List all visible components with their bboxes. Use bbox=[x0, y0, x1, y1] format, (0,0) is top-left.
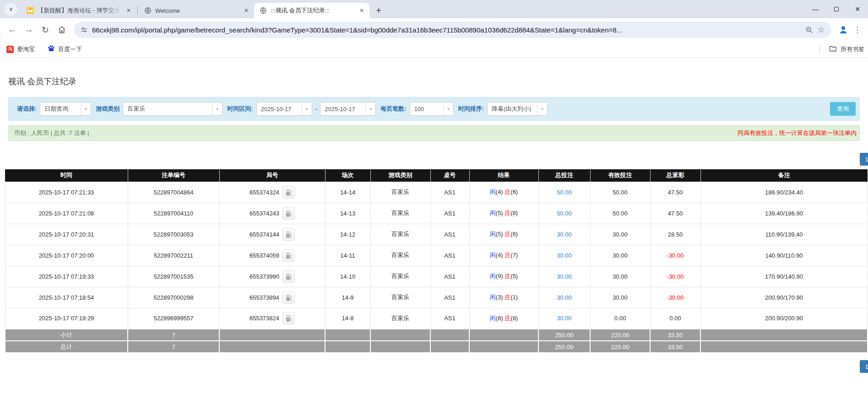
cell-round-no: 655374243 bbox=[219, 203, 325, 224]
total-bet-link[interactable]: 50.00 bbox=[557, 189, 572, 196]
cell-time: 2025-10-17 07:20:31 bbox=[5, 224, 128, 245]
player-score: (4) bbox=[496, 252, 505, 258]
video-replay-button[interactable] bbox=[282, 270, 295, 283]
round-no-text: 655374059 bbox=[250, 252, 279, 259]
summary-cell-6 bbox=[469, 329, 538, 341]
forward-icon[interactable]: → bbox=[21, 22, 37, 38]
video-replay-button[interactable] bbox=[282, 186, 295, 199]
all-bookmarks-label: 所有书签 bbox=[841, 45, 864, 54]
home-icon[interactable] bbox=[54, 22, 70, 38]
player-score: (3) bbox=[496, 294, 505, 301]
reload-icon[interactable]: ↻ bbox=[38, 22, 53, 38]
filter-select-2[interactable]: 2025-10-17▼ bbox=[256, 102, 312, 116]
cell-note: 200.90/200.90 bbox=[700, 308, 868, 329]
cell-session: 14-11 bbox=[325, 245, 370, 266]
cell-game-type: 百家乐 bbox=[370, 287, 430, 308]
summary-cell-5 bbox=[430, 329, 469, 341]
cell-time: 2025-10-17 07:21:08 bbox=[5, 203, 128, 224]
round-no-text: 655374243 bbox=[250, 210, 279, 217]
cell-round-no: 655374059 bbox=[219, 245, 325, 266]
summary-cell-8: 220.00 bbox=[590, 341, 650, 353]
video-replay-button[interactable] bbox=[282, 312, 295, 324]
bookmarks-divider bbox=[819, 45, 820, 54]
window-minimize-icon[interactable]: — bbox=[805, 0, 826, 18]
site-settings-icon[interactable] bbox=[81, 27, 87, 33]
browser-window: { "icons": { "tab_chevron": "∨", "close"… bbox=[0, 0, 868, 420]
video-replay-button[interactable] bbox=[282, 291, 295, 304]
cell-valid-bet: 0.00 bbox=[590, 308, 650, 329]
filter-select-3[interactable]: 2025-10-17▼ bbox=[320, 102, 376, 116]
filter-select-5[interactable]: 降幕(由大到小)▼ bbox=[487, 102, 548, 116]
total-bet-link[interactable]: 30.00 bbox=[557, 294, 572, 301]
table-body: 2025-10-17 07:21:33522897004864655374324… bbox=[5, 182, 868, 353]
cell-total-bet: 30.00 bbox=[538, 224, 590, 245]
filter-label: 每页笔数: bbox=[380, 105, 406, 113]
video-replay-button[interactable] bbox=[282, 228, 295, 241]
total-bet-link[interactable]: 30.00 bbox=[557, 231, 572, 238]
filter-select-0[interactable]: 日期查询▼ bbox=[40, 102, 91, 116]
window-maximize-icon[interactable] bbox=[826, 0, 847, 18]
cell-result: 闲(5) 庄(8) bbox=[469, 203, 538, 224]
page-button-1[interactable]: 1 bbox=[860, 360, 868, 373]
back-icon[interactable]: ← bbox=[5, 22, 20, 38]
round-cell: 655373824 bbox=[220, 308, 325, 329]
filter-select-4[interactable]: 100▼ bbox=[410, 102, 454, 116]
new-tab-button[interactable]: + bbox=[372, 4, 385, 17]
tab-close-icon[interactable]: ✕ bbox=[358, 6, 366, 15]
summary-cell-10 bbox=[700, 341, 868, 353]
search-button[interactable]: 查询 bbox=[830, 102, 856, 116]
total-bet-link[interactable]: 30.00 bbox=[557, 273, 572, 280]
filter-bar: 请选择:日期查询▼游戏类别百家乐▼时间区间:2025-10-17▼~2025-1… bbox=[8, 97, 860, 121]
player-label: 闲 bbox=[490, 188, 496, 195]
cell-session: 14-9 bbox=[325, 287, 370, 308]
tab-list-chevron-icon[interactable]: ∨ bbox=[5, 3, 17, 16]
tab-strip: ∨ 【新提醒】海燕论坛 - 博学交流✕ Welcome✕ :::视讯 会员下注纪… bbox=[0, 0, 868, 18]
bookmark-taobao[interactable]: 淘 爱淘宝 bbox=[6, 45, 35, 54]
video-replay-button[interactable] bbox=[282, 207, 295, 220]
round-no-text: 655373990 bbox=[250, 273, 279, 280]
cell-session: 14-14 bbox=[325, 182, 370, 203]
total-bet-link[interactable]: 50.00 bbox=[557, 210, 572, 217]
bookmark-star-icon[interactable]: ☆ bbox=[818, 25, 825, 35]
tab-close-icon[interactable]: ✕ bbox=[125, 6, 133, 15]
banker-score: (7) bbox=[510, 252, 518, 258]
banker-label: 庄 bbox=[505, 294, 510, 301]
page-button-1[interactable]: 1 bbox=[860, 153, 868, 166]
video-replay-button[interactable] bbox=[282, 249, 295, 262]
cell-result: 闲(9) 庄(5) bbox=[469, 266, 538, 287]
banker-score: (8) bbox=[510, 315, 518, 322]
col-header-3: 场次 bbox=[325, 169, 370, 182]
browser-tab-3[interactable]: :::视讯 会员下注纪录:::✕ bbox=[254, 3, 369, 18]
cell-valid-bet: 30.00 bbox=[590, 266, 650, 287]
cell-table-no: AS1 bbox=[430, 245, 469, 266]
total-bet-link[interactable]: 30.00 bbox=[557, 315, 572, 322]
zoom-indicator-icon[interactable] bbox=[805, 26, 813, 34]
tab-close-icon[interactable]: ✕ bbox=[242, 6, 250, 15]
bookmark-baidu[interactable]: 百度一下 bbox=[48, 45, 82, 54]
col-header-10: 备注 bbox=[700, 169, 868, 182]
bet-record-table: 时间注单编号局号场次游戏类别桌号结果总投注有效投注总派彩备注 2025-10-1… bbox=[5, 169, 868, 353]
select-value: 日期查询 bbox=[40, 105, 81, 113]
col-header-2: 局号 bbox=[219, 169, 325, 182]
banker-score: (6) bbox=[510, 231, 518, 237]
cell-total-bet: 50.00 bbox=[538, 203, 590, 224]
window-close-icon[interactable]: ✕ bbox=[847, 0, 868, 18]
cell-total-bet: 30.00 bbox=[538, 308, 590, 329]
banker-label: 庄 bbox=[505, 252, 510, 258]
info-bar: 币别 : 人民币 | 总共 :7 注单 | 同局有效投注，统一计算在该局第一张注… bbox=[8, 125, 860, 141]
cell-table-no: AS1 bbox=[430, 308, 469, 329]
profile-avatar[interactable] bbox=[836, 22, 851, 37]
browser-menu-icon[interactable]: ⋮ bbox=[852, 25, 863, 35]
cell-payout: 0.00 bbox=[650, 308, 700, 329]
baidu-favicon bbox=[48, 45, 55, 54]
filter-select-1[interactable]: 百家乐▼ bbox=[123, 102, 222, 116]
browser-tab-1[interactable]: 【新提醒】海燕论坛 - 博学交流✕ bbox=[21, 3, 136, 18]
notice-text: 同局有效投注，统一计算在该局第一张注单内 bbox=[738, 129, 857, 137]
chevron-down-icon: ▼ bbox=[212, 102, 222, 115]
omnibox[interactable]: 66cxkj98.com/ipl/portal.php/game/betreco… bbox=[74, 22, 831, 38]
all-bookmarks-button[interactable]: 所有书签 bbox=[819, 45, 864, 54]
pagination-bottom: 1 bbox=[8, 360, 868, 373]
filter-label: 时间区间: bbox=[227, 105, 253, 113]
total-bet-link[interactable]: 30.00 bbox=[557, 252, 572, 259]
browser-tab-2[interactable]: Welcome✕ bbox=[139, 3, 254, 18]
